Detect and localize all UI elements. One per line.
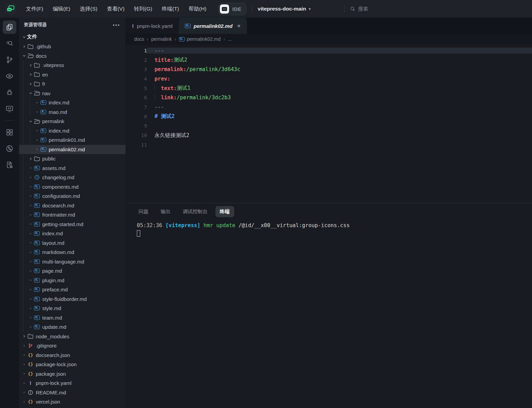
menu-item-5[interactable]: 终端(T) (158, 3, 183, 15)
search-icon (350, 6, 355, 12)
live-preview-button[interactable] (3, 102, 16, 116)
menu-item-6[interactable]: 帮助(H) (184, 3, 211, 15)
tree-item-.vitepress[interactable]: .vitepress (19, 61, 126, 70)
tree-item-plugin.md[interactable]: M↓plugin.md (19, 276, 126, 285)
search-button[interactable] (3, 37, 16, 50)
menu-item-1[interactable]: 编辑(E) (49, 3, 75, 15)
breadcrumb-item-docs[interactable]: docs (134, 36, 144, 42)
tree-item-configuration.md[interactable]: M↓configuration.md (19, 191, 126, 201)
indent-guide (23, 210, 23, 220)
tree-item-nav[interactable]: nav (19, 89, 126, 98)
tree-item-vercel.json[interactable]: {}vercel.json (19, 397, 126, 407)
tree-item-changelog.md[interactable]: changelog.md (19, 173, 126, 182)
tree-item-label: plugin.md (42, 277, 64, 283)
tree-item-docsearch.json[interactable]: {}docsearch.json (19, 351, 126, 360)
tree-item-.github[interactable]: .github (19, 42, 126, 51)
tree-item-.gitignore[interactable]: .gitignore (19, 341, 126, 351)
tree-item-public[interactable]: public (19, 154, 126, 164)
tree-item-index.md[interactable]: M↓index.md (19, 126, 126, 136)
project-selector[interactable]: vitepress-doc-main ▾ (258, 6, 311, 12)
tree-item-package-lock.json[interactable]: {}package-lock.json (19, 360, 126, 369)
tree-item-layout.md[interactable]: M↓layout.md (19, 238, 126, 248)
ide-toggle[interactable]: IDE (218, 3, 247, 15)
tree-item-style.md[interactable]: M↓style.md (19, 304, 126, 313)
preview-button[interactable] (3, 69, 16, 83)
tree-item-multi-language.md[interactable]: M↓multi-language.md (19, 257, 126, 267)
tab-permalink02.md[interactable]: M↓permalink02.md✕ (179, 18, 247, 34)
panel-tab-输出[interactable]: 输出 (156, 206, 175, 217)
tree-item-preface.md[interactable]: M↓preface.md (19, 285, 126, 294)
run-settings-button[interactable] (3, 158, 16, 172)
project-name: vitepress-doc-main (258, 6, 306, 12)
tree-item-fr[interactable]: fr (19, 79, 126, 89)
global-search[interactable]: 搜索 (350, 6, 368, 12)
tree-item-pnpm-lock.yaml[interactable]: !pnpm-lock.yaml (19, 378, 126, 388)
indent-guide (23, 145, 23, 154)
indent-guide (23, 248, 23, 257)
close-icon[interactable]: ✕ (237, 23, 241, 29)
tree-item-index.md[interactable]: M↓index.md (19, 98, 126, 107)
explorer-sidebar: 资源管理器 ••• 文件 .githubdocs.vitepressenfrna… (19, 18, 126, 408)
panel-tab-调试控制台[interactable]: 调试控制台 (178, 206, 212, 217)
tree-item-update.md[interactable]: M↓update.md (19, 322, 126, 332)
menu-item-0[interactable]: 文件(F) (22, 3, 47, 15)
tree-item-style-fluidborder.md[interactable]: M↓style-fluidborder.md (19, 294, 126, 304)
search-label: 搜索 (358, 6, 368, 12)
source-control-button[interactable] (3, 53, 16, 67)
more-actions-icon[interactable]: ••• (113, 22, 120, 28)
explorer-button[interactable] (3, 20, 16, 34)
project-graph-button[interactable] (3, 142, 16, 155)
chevron-down-icon: ▾ (309, 7, 311, 11)
tab-pnpm-lock.yaml[interactable]: !pnpm-lock.yaml (126, 18, 179, 34)
tree-item-node_modules[interactable]: node_modules (19, 332, 126, 341)
extensions-button[interactable] (3, 125, 16, 139)
tree-item-permalink[interactable]: permalink (19, 117, 126, 126)
tree-item-en[interactable]: en (19, 70, 126, 80)
tree-item-frontmatter.md[interactable]: M↓frontmatter.md (19, 210, 126, 220)
code-line-3: 3permalink: /permalink/3d643c (126, 65, 532, 74)
line-number: 5 (126, 86, 147, 91)
breadcrumb-separator: › (175, 36, 176, 42)
indent-guide (23, 154, 23, 164)
file-dot-icon (28, 326, 33, 328)
indent-guide (23, 294, 23, 304)
breadcrumb-separator: › (147, 36, 149, 42)
tree-item-permalink01.md[interactable]: M↓permalink01.md (19, 135, 126, 145)
panel-tab-终端[interactable]: 终端 (215, 206, 234, 217)
panel-tab-问题[interactable]: 问题 (134, 206, 153, 217)
tree-item-label: configuration.md (42, 193, 80, 199)
gitignore-icon (27, 343, 34, 348)
folder-open-icon (33, 91, 41, 96)
tree-item-mao.md[interactable]: M↓mao.md (19, 107, 126, 117)
menu-item-2[interactable]: 选择(S) (76, 3, 101, 15)
file-dot-icon (28, 205, 33, 206)
tree-item-markdown.md[interactable]: M↓markdown.md (19, 248, 126, 257)
breadcrumb-item-...[interactable]: ... (228, 36, 232, 42)
tree-item-team.md[interactable]: M↓team.md (19, 313, 126, 323)
breadcrumb-item-permalink02.md[interactable]: M↓permalink02.md (179, 36, 221, 42)
tree-item-docsearch.md[interactable]: M↓docsearch.md (19, 201, 126, 210)
tree-item-assets.md[interactable]: M↓assets.md (19, 164, 126, 173)
tree-item-label: en (42, 72, 48, 78)
code-token: --- (155, 104, 164, 110)
file-dot-icon (21, 401, 27, 403)
tree-item-index.md[interactable]: M↓index.md (19, 229, 126, 238)
tree-item-components.md[interactable]: M↓components.md (19, 182, 126, 192)
markdown-file-icon: M↓ (185, 24, 191, 28)
tree-item-page.md[interactable]: M↓page.md (19, 266, 126, 276)
breadcrumb-item-permalink[interactable]: permalink (151, 36, 172, 42)
tree-item-permalink02.md[interactable]: M↓permalink02.md (19, 145, 126, 154)
chevron-down-icon (21, 54, 27, 57)
tree-item-label: style-fluidborder.md (42, 296, 87, 302)
tree-item-getting-started.md[interactable]: M↓getting-started.md (19, 220, 126, 229)
code-token: /permalink/3d643c (186, 66, 240, 72)
menu-item-3[interactable]: 查看(V) (103, 3, 129, 15)
debug-button[interactable] (3, 86, 16, 99)
tree-section-files[interactable]: 文件 (19, 32, 126, 42)
tree-item-package.json[interactable]: {}package.json (19, 369, 126, 379)
menu-item-4[interactable]: 转到(G) (130, 3, 156, 15)
code-editor[interactable]: 1---2title: 测试23permalink: /permalink/3d… (126, 44, 532, 203)
file-dot-icon (28, 317, 33, 318)
tree-item-docs[interactable]: docs (19, 51, 126, 61)
tree-item-README.md[interactable]: README.md (19, 388, 126, 397)
